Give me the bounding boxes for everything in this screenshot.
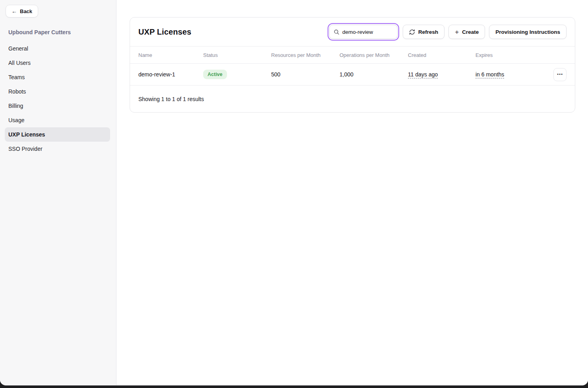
cell-operations-per-month: 1,000 xyxy=(340,71,408,78)
app-window: ← Back Upbound Paper Cutters General All… xyxy=(0,0,588,386)
refresh-icon xyxy=(409,29,415,35)
back-arrow-icon: ← xyxy=(12,8,17,14)
column-header-expires: Expires xyxy=(475,52,553,58)
ellipsis-icon: ⋯ xyxy=(557,71,563,78)
create-button-label: Create xyxy=(462,29,479,35)
card-header: UXP Licenses xyxy=(130,18,575,47)
desktop-backdrop: { "sidebar": { "back_button": { "icon": … xyxy=(0,0,588,388)
column-header-name: Name xyxy=(138,52,203,58)
sidebar: ← Back Upbound Paper Cutters General All… xyxy=(0,0,116,385)
column-header-status: Status xyxy=(203,52,271,58)
org-title: Upbound Paper Cutters xyxy=(8,29,108,35)
column-header-created: Created xyxy=(408,52,475,58)
sidebar-nav: General All Users Teams Robots Billing U… xyxy=(0,41,116,156)
provisioning-instructions-button[interactable]: Provisioning Instructions xyxy=(489,25,567,39)
main-content: UXP Licenses xyxy=(116,0,588,385)
sidebar-item-sso-provider[interactable]: SSO Provider xyxy=(5,142,110,156)
search-input[interactable] xyxy=(330,25,397,39)
sidebar-item-billing[interactable]: Billing xyxy=(5,99,110,113)
cell-resources-per-month: 500 xyxy=(271,71,340,78)
page-title: UXP Licenses xyxy=(138,27,191,37)
row-menu-button[interactable]: ⋯ xyxy=(553,68,567,81)
refresh-button-label: Refresh xyxy=(418,29,438,35)
sidebar-item-uxp-licenses[interactable]: UXP Licenses xyxy=(5,127,110,142)
cell-license-name: demo-review-1 xyxy=(138,71,203,78)
column-header-operations-per-month: Operations per Month xyxy=(340,52,408,58)
sidebar-item-teams[interactable]: Teams xyxy=(5,70,110,84)
create-button[interactable]: + Create xyxy=(448,25,485,39)
refresh-button[interactable]: Refresh xyxy=(403,25,444,39)
back-button[interactable]: ← Back xyxy=(6,5,38,18)
sidebar-item-general[interactable]: General xyxy=(5,41,110,56)
uxp-licenses-card: UXP Licenses xyxy=(130,17,575,113)
results-summary: Showing 1 to 1 of 1 results xyxy=(138,96,204,102)
back-button-label: Back xyxy=(20,8,32,14)
table-header-row: Name Status Resources per Month Operatio… xyxy=(130,47,575,64)
column-header-resources-per-month: Resources per Month xyxy=(271,52,340,58)
sidebar-item-usage[interactable]: Usage xyxy=(5,113,110,127)
created-relative-date[interactable]: 11 days ago xyxy=(408,71,438,78)
plus-icon: + xyxy=(455,29,459,35)
cell-created: 11 days ago xyxy=(408,71,475,78)
expires-relative-date[interactable]: in 6 months xyxy=(475,71,504,78)
table-footer: Showing 1 to 1 of 1 results xyxy=(130,86,575,112)
toolbar: Refresh + Create Provisioning Instructio… xyxy=(329,25,567,39)
cell-status: Active xyxy=(203,70,271,79)
status-badge: Active xyxy=(203,70,227,79)
sidebar-item-robots[interactable]: Robots xyxy=(5,84,110,99)
table-row: demo-review-1 Active 500 1,000 11 days a… xyxy=(130,64,575,86)
provisioning-instructions-label: Provisioning Instructions xyxy=(495,29,560,35)
search-box xyxy=(329,25,398,39)
cell-expires: in 6 months xyxy=(475,71,553,78)
sidebar-item-all-users[interactable]: All Users xyxy=(5,56,110,70)
